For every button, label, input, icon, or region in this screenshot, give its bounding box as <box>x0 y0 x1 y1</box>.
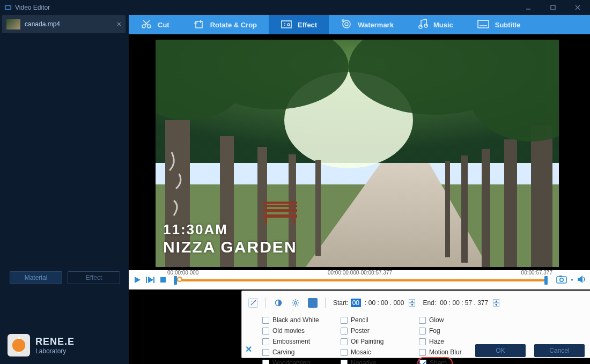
svg-rect-37 <box>531 125 552 267</box>
effect-label: Glow <box>429 316 444 324</box>
tool-cut[interactable]: Cut <box>129 15 181 34</box>
effect-option-poster[interactable]: Poster <box>341 326 419 335</box>
effect-option-fog[interactable]: Fog <box>419 326 497 335</box>
close-button[interactable] <box>565 0 590 15</box>
overlay-line2: NIZZA GARDEN <box>163 238 297 256</box>
tab-effect[interactable]: Effect <box>68 271 120 284</box>
svg-rect-55 <box>153 277 154 283</box>
timeline: 00:00:00.000 00:00:00.000-00:00:57.377 0… <box>129 270 590 289</box>
checkbox[interactable] <box>262 338 269 345</box>
watermark-icon <box>341 19 352 31</box>
effect-label: Mosaic <box>351 348 371 356</box>
checkbox[interactable] <box>341 317 348 324</box>
effect-label: Oil Painting <box>351 338 384 345</box>
checkbox[interactable] <box>262 349 269 356</box>
checkbox[interactable] <box>419 317 426 324</box>
file-tab[interactable]: canada.mp4 × <box>2 15 126 33</box>
tool-watermark[interactable]: Watermark <box>329 15 405 34</box>
svg-point-22 <box>424 24 427 27</box>
svg-point-58 <box>560 278 563 281</box>
checkbox[interactable] <box>262 360 269 365</box>
svg-rect-39 <box>482 149 490 267</box>
tool-label: Watermark <box>358 21 394 29</box>
effect-option-mosaic[interactable]: Mosaic <box>341 348 419 356</box>
checkbox[interactable] <box>341 360 348 365</box>
start-rest[interactable]: : 00 : 00 . 000 <box>363 299 405 307</box>
effect-option-old-movies[interactable]: Old movies <box>262 326 341 335</box>
panel-cancel-icon[interactable]: ✕ <box>245 344 252 354</box>
music-icon <box>417 19 428 31</box>
stop-button[interactable] <box>158 275 168 285</box>
start-hh[interactable]: 00 <box>351 299 361 307</box>
start-spinner[interactable]: ▲▼ <box>409 299 415 307</box>
tool-music[interactable]: Music <box>405 15 465 34</box>
effect-label: Pencil <box>351 316 368 324</box>
magic-wand-icon[interactable] <box>248 298 258 308</box>
effect-option-embossment[interactable]: Embossment <box>262 337 341 346</box>
effect-label: Old movies <box>272 327 305 335</box>
svg-marker-60 <box>578 276 582 283</box>
checkbox[interactable] <box>341 349 348 356</box>
checkbox[interactable] <box>419 338 426 345</box>
range-handle-left[interactable] <box>174 276 177 285</box>
tool-effect[interactable]: Effect <box>269 15 329 34</box>
checkbox[interactable] <box>341 338 348 345</box>
effect-option-woodcarving[interactable]: Woodcarving <box>262 359 341 364</box>
range-handle-right[interactable] <box>544 276 548 285</box>
effect-option-pencil[interactable]: Pencil <box>341 316 419 324</box>
svg-rect-42 <box>263 209 297 212</box>
start-time-field[interactable]: Start: 00 : 00 : 00 . 000 ▲▼ <box>333 299 415 307</box>
minimize-button[interactable] <box>516 0 541 15</box>
end-time-field[interactable]: End: 00 : 00 : 57 . 377 ▲▼ <box>423 299 499 307</box>
end-spinner[interactable]: ▲▼ <box>493 299 499 307</box>
brightness-icon[interactable] <box>291 298 300 308</box>
snapshot-icon[interactable] <box>556 275 567 285</box>
timeline-track[interactable] <box>174 277 548 283</box>
effect-label: Negative <box>351 359 376 364</box>
volume-icon[interactable] <box>577 275 587 285</box>
maximize-button[interactable] <box>541 0 565 15</box>
svg-point-63 <box>251 301 252 302</box>
contrast-icon[interactable] <box>274 298 283 308</box>
time-end: 00:00:57.377 <box>521 270 552 276</box>
checkbox[interactable] <box>419 349 426 356</box>
effect-option-sharp[interactable]: Sharp <box>419 359 451 364</box>
chevron-down-icon[interactable]: ▼ <box>570 278 574 282</box>
file-name: canada.mp4 <box>25 20 60 28</box>
svg-point-15 <box>287 24 290 26</box>
effect-option-oil-painting[interactable]: Oil Painting <box>341 337 419 346</box>
effect-label: Embossment <box>272 338 310 345</box>
ok-button[interactable]: OK <box>475 344 526 357</box>
effect-option-black-and-white[interactable]: Black and White <box>262 316 341 324</box>
rotate-crop-icon <box>193 19 205 31</box>
svg-rect-36 <box>315 160 321 256</box>
window-title: Video Editor <box>15 4 50 11</box>
play-button[interactable] <box>132 275 143 285</box>
svg-line-72 <box>297 300 298 301</box>
checkbox[interactable] <box>419 328 426 335</box>
tool-rotate-crop[interactable]: Rotate & Crop <box>181 15 269 34</box>
effect-option-carving[interactable]: Carving <box>262 348 341 356</box>
svg-rect-46 <box>263 202 297 204</box>
tab-material[interactable]: Material <box>10 271 62 284</box>
cancel-button[interactable]: Cancel <box>534 344 585 357</box>
effect-option-glow[interactable]: Glow <box>419 316 497 324</box>
close-icon[interactable]: × <box>117 20 121 28</box>
end-value[interactable]: 00 : 00 : 57 . 377 <box>438 299 490 307</box>
effect-option-negative[interactable]: Negative <box>341 359 419 364</box>
svg-rect-43 <box>263 214 297 218</box>
fill-icon[interactable] <box>308 298 318 308</box>
svg-rect-10 <box>196 21 202 28</box>
play-range-button[interactable] <box>145 275 156 285</box>
playhead[interactable] <box>177 277 182 282</box>
end-label: End: <box>423 299 436 307</box>
checkbox[interactable] <box>341 328 348 335</box>
svg-line-70 <box>293 300 294 301</box>
checkbox[interactable] <box>262 328 269 335</box>
checkbox[interactable] <box>262 317 269 324</box>
app-icon <box>4 4 12 11</box>
main-area: 11:30AM NIZZA GARDEN 00:00:00.000 00:00:… <box>129 34 590 364</box>
preview-overlay: 11:30AM NIZZA GARDEN <box>163 221 297 256</box>
checkbox[interactable] <box>419 360 426 365</box>
tool-subtitle[interactable]: Subtitle <box>465 15 533 34</box>
